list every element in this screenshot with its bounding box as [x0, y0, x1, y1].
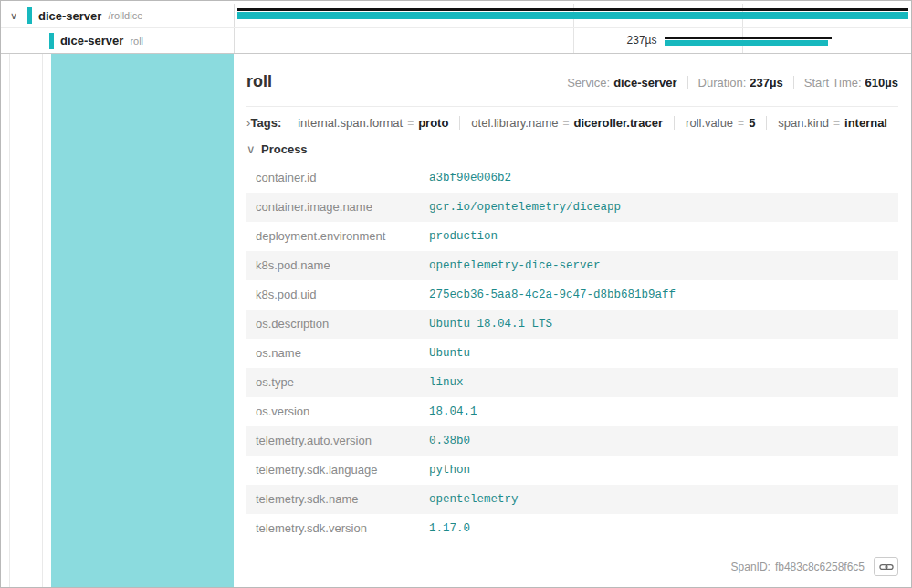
- meta-value: 237µs: [750, 76, 782, 89]
- process-value: python: [420, 456, 898, 485]
- table-row: os.type linux: [246, 368, 898, 397]
- tags-accordion[interactable]: › Tags: internal.span.format=proto otel.…: [246, 106, 898, 130]
- chevron-down-icon: ∨: [246, 142, 259, 156]
- process-key: os.version: [246, 397, 420, 426]
- process-value: production: [420, 222, 898, 251]
- span-row-rolldice[interactable]: ∨ dice-server /rolldice: [1, 4, 911, 28]
- process-table: container.id a3bf90e006b2 container.imag…: [246, 163, 898, 543]
- process-key: telemetry.sdk.language: [246, 456, 420, 485]
- process-value: Ubuntu 18.04.1 LTS: [420, 310, 898, 339]
- tag-item: roll.value=5: [674, 116, 766, 130]
- table-row: telemetry.sdk.name opentelemetry: [246, 485, 898, 514]
- process-value: opentelemetry-dice-server: [420, 251, 898, 280]
- table-row: telemetry.sdk.language python: [246, 456, 898, 485]
- span-row-roll[interactable]: dice-server roll 237µs: [1, 28, 911, 53]
- process-value: gcr.io/opentelemetry/diceapp: [420, 193, 898, 222]
- tag-value: proto: [418, 116, 448, 130]
- tag-equals: =: [407, 117, 414, 130]
- copy-link-button[interactable]: [874, 557, 898, 576]
- table-row: k8s.pod.uid 275ecb36-5aa8-4c2a-9c47-d8bb…: [246, 280, 898, 310]
- process-key: telemetry.auto.version: [246, 426, 420, 456]
- process-accordion[interactable]: ∨ Process: [246, 142, 898, 156]
- tag-equals: =: [563, 117, 570, 130]
- meta-label: Start Time:: [804, 76, 862, 89]
- span-bar-overlay[interactable]: [237, 8, 908, 11]
- table-row: telemetry.sdk.version 1.17.0: [246, 514, 898, 543]
- tag-value: diceroller.tracer: [574, 116, 664, 130]
- grid-line: [404, 28, 404, 53]
- table-row: deployment.environment production: [246, 222, 898, 251]
- tag-key: roll.value: [686, 116, 733, 130]
- selected-span-color-block: [51, 54, 234, 587]
- process-value: Ubuntu: [420, 339, 898, 368]
- process-key: os.type: [246, 368, 420, 397]
- process-key: os.name: [246, 339, 420, 368]
- process-key: telemetry.sdk.version: [246, 514, 420, 543]
- tags-label: Tags:: [251, 116, 282, 130]
- process-key: telemetry.sdk.name: [246, 485, 420, 514]
- link-icon: [879, 562, 894, 572]
- span-detail-footer: SpanID: fb483c8c6258f6c5: [246, 551, 898, 583]
- table-row: os.description Ubuntu 18.04.1 LTS: [246, 310, 898, 339]
- process-value: a3bf90e006b2: [420, 163, 898, 193]
- trace-timeline: ∨ dice-server /rolldice dice-server roll: [1, 1, 911, 54]
- process-key: container.image.name: [246, 193, 420, 222]
- tree-guide-line: [26, 54, 26, 587]
- process-key: os.description: [246, 310, 420, 339]
- span-bar-lane: 237µs: [234, 28, 911, 53]
- tag-item: span.kind=internal: [766, 116, 898, 130]
- process-value: 0.38b0: [420, 426, 898, 456]
- spanid-label: SpanID:: [731, 561, 770, 573]
- table-row: k8s.pod.name opentelemetry-dice-server: [246, 251, 898, 280]
- span-indent-column: [1, 54, 234, 587]
- span-name-cell[interactable]: dice-server roll: [1, 28, 234, 53]
- operation-name: roll: [130, 36, 143, 47]
- service-name: dice-server: [60, 34, 123, 47]
- meta-value: 610µs: [865, 76, 898, 89]
- span-detail-panel: roll Service:dice-server Duration:237µs …: [234, 54, 911, 587]
- span-bar-roll[interactable]: [665, 40, 828, 46]
- span-duration-label: 237µs: [606, 34, 657, 47]
- process-key: k8s.pod.uid: [246, 280, 420, 310]
- meta-service: Service:dice-server: [557, 76, 687, 89]
- operation-name: /rolldice: [108, 10, 142, 21]
- tag-key: internal.span.format: [298, 116, 403, 130]
- meta-label: Service:: [567, 76, 610, 89]
- table-row: container.id a3bf90e006b2: [246, 163, 898, 193]
- meta-label: Duration:: [698, 76, 747, 89]
- table-row: container.image.name gcr.io/opentelemetr…: [246, 193, 898, 222]
- process-value: opentelemetry: [420, 485, 898, 514]
- service-name: dice-server: [38, 9, 101, 23]
- jaeger-trace-view: ∨ dice-server /rolldice dice-server roll: [0, 0, 912, 588]
- grid-line: [573, 28, 574, 53]
- process-value: linux: [420, 368, 898, 397]
- table-row: os.version 18.04.1: [246, 397, 898, 426]
- process-value: 1.17.0: [420, 514, 898, 543]
- meta-start-time: Start Time:610µs: [793, 76, 898, 89]
- process-label: Process: [261, 142, 308, 156]
- collapse-chevron-icon[interactable]: ∨: [6, 10, 21, 22]
- span-name-cell[interactable]: ∨ dice-server /rolldice: [1, 4, 234, 27]
- span-bar-overlay[interactable]: [665, 37, 833, 39]
- tag-key: span.kind: [778, 116, 829, 130]
- tag-equals: =: [738, 117, 744, 130]
- meta-value: dice-server: [613, 76, 676, 89]
- span-detail-header: roll Service:dice-server Duration:237µs …: [246, 72, 898, 91]
- table-row: telemetry.auto.version 0.38b0: [246, 426, 898, 456]
- tree-guide-line: [9, 54, 10, 587]
- meta-duration: Duration:237µs: [687, 76, 793, 89]
- tag-equals: =: [833, 117, 840, 130]
- span-color-chip: [27, 7, 32, 24]
- span-color-chip: [49, 33, 54, 49]
- tag-item: internal.span.format=proto: [287, 116, 459, 130]
- process-key: deployment.environment: [246, 222, 420, 251]
- tag-key: otel.library.name: [471, 116, 558, 130]
- tag-value: 5: [749, 116, 755, 130]
- span-bar-rolldice[interactable]: [237, 12, 908, 19]
- tag-value: internal: [844, 116, 887, 130]
- span-bar-lane: [234, 4, 911, 27]
- process-key: container.id: [246, 163, 420, 193]
- table-row: os.name Ubuntu: [246, 339, 898, 368]
- tree-guide-line: [42, 54, 43, 587]
- span-title: roll: [246, 72, 272, 91]
